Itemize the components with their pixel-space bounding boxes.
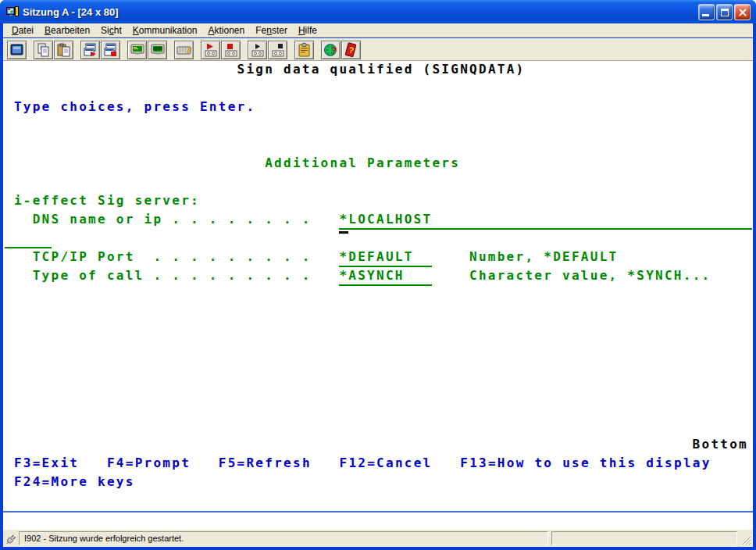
- minimize-icon: [702, 14, 709, 16]
- screen-title: Sign data qualified (SIGNQDATA): [237, 61, 526, 78]
- tape-play-icon: [250, 42, 266, 58]
- toolbar: ? ?: [3, 38, 753, 61]
- menu-item-datei-text: D: [12, 25, 19, 36]
- menu-item-aktionen-text: A: [209, 25, 215, 36]
- menu-item-sicht-text: Si: [101, 25, 109, 36]
- menu-item-bearbeiten-text: B: [45, 25, 51, 36]
- port-label: TCP/IP Port . . . . . . . . .: [33, 248, 312, 266]
- text-cursor: [339, 231, 348, 234]
- terminal-screen[interactable]: Sign data qualified (SIGNQDATA)Type choi…: [3, 61, 753, 511]
- menu-item-bearbeiten[interactable]: Bearbeiten: [39, 24, 95, 37]
- close-button[interactable]: [734, 4, 751, 20]
- copy-icon: [36, 42, 52, 58]
- menu-item-kommunikation-text: ommunikation: [139, 25, 198, 36]
- globe-help-icon: ?: [323, 42, 339, 58]
- menu-item-fenster-text: Fe: [255, 25, 266, 36]
- menu-item-sicht[interactable]: Sicht: [95, 24, 127, 37]
- send-screen-icon: [83, 42, 98, 58]
- toolbar-button-session-window[interactable]: [7, 41, 27, 59]
- port-field[interactable]: *DEFAULT: [339, 248, 432, 267]
- calltype-hint: Character value, *SYNCH...: [469, 267, 711, 284]
- toolbar-button-help-index[interactable]: ?: [341, 41, 361, 59]
- menu-item-aktionen[interactable]: Aktionen: [203, 24, 251, 37]
- toolbar-button-tape-stop[interactable]: [268, 41, 287, 59]
- menu-item-kommunikation[interactable]: Kommunikation: [127, 24, 203, 37]
- receive-screen-icon: [103, 42, 119, 58]
- client-area-gap: [3, 512, 753, 530]
- dns-field[interactable]: *LOCALHOST: [339, 211, 751, 230]
- dns-label: DNS name or ip . . . . . . . .: [33, 211, 312, 228]
- tape-stop-icon: [270, 42, 286, 58]
- clipboard-icon: [297, 42, 312, 58]
- maximize-button[interactable]: [716, 4, 733, 20]
- menu-item-datei[interactable]: Datei: [6, 24, 39, 37]
- menu-item-fenster[interactable]: Fenster: [250, 24, 293, 37]
- toolbar-button-macro-play[interactable]: [201, 41, 220, 59]
- status-secondary-panel: [551, 531, 737, 545]
- paste-icon: [56, 42, 72, 58]
- toolbar-button-copy[interactable]: [34, 41, 53, 59]
- display-grid-icon: [150, 42, 166, 58]
- svg-text:?: ?: [331, 45, 337, 56]
- resize-grip[interactable]: [741, 535, 752, 546]
- function-keys-line1: F3=Exit F4=Prompt F5=Refresh F12=Cancel …: [14, 455, 711, 472]
- calltype-field[interactable]: *ASYNCH: [339, 267, 432, 286]
- toolbar-button-keyboard-setup[interactable]: [174, 41, 194, 59]
- session-app-icon: [6, 5, 19, 18]
- menu-item-fenster-text: n: [266, 25, 272, 36]
- menu-item-fenster-text: ster: [272, 25, 287, 36]
- port-hint: Number, *DEFAULT: [469, 248, 618, 266]
- maximize-icon: [721, 9, 729, 16]
- dns-field-continuation[interactable]: [5, 230, 52, 248]
- status-message: I902 - Sitzung wurde erfolgreich gestart…: [24, 534, 184, 543]
- toolbar-button-macro-record[interactable]: [221, 41, 241, 59]
- status-bar: I902 - Sitzung wurde erfolgreich gestart…: [3, 530, 753, 547]
- menu-item-hilfe-text: ilfe: [305, 25, 317, 36]
- minimize-button[interactable]: [698, 4, 715, 20]
- toolbar-button-display-session[interactable]: [127, 41, 147, 59]
- toolbar-button-web-help[interactable]: ?: [321, 41, 341, 59]
- menu-item-bearbeiten-text: earbeiten: [51, 25, 90, 36]
- menu-item-datei-text: atei: [19, 25, 34, 36]
- display-session-icon: [130, 42, 145, 58]
- help-book-icon: ?: [344, 42, 359, 58]
- toolbar-button-display-grid[interactable]: [148, 41, 167, 59]
- menu-bar: DateiBearbeitenSichtKommunikationAktione…: [3, 23, 753, 38]
- keyboard-icon: [177, 42, 192, 58]
- instruction-line: Type choices, press Enter.: [14, 98, 255, 116]
- macro-play-icon: [203, 42, 219, 58]
- toolbar-button-clipboard-notes[interactable]: [294, 41, 314, 59]
- bottom-indicator: Bottom: [693, 436, 748, 453]
- toolbar-button-tape-play[interactable]: [248, 41, 267, 59]
- function-keys-line2: F24=More keys: [14, 473, 135, 491]
- toolbar-button-paste[interactable]: [54, 41, 73, 59]
- toolbar-button-receive-screen[interactable]: [101, 41, 120, 59]
- section-heading: Additional Parameters: [265, 155, 460, 172]
- menu-item-aktionen-text: ktionen: [215, 25, 245, 36]
- menu-item-hilfe[interactable]: Hilfe: [293, 24, 323, 37]
- menu-item-sicht-text: ht: [114, 25, 122, 36]
- title-bar[interactable]: Sitzung A - [24 x 80]: [0, 0, 756, 23]
- group-label: i-effect Sig server:: [14, 192, 200, 209]
- window-title: Sitzung A - [24 x 80]: [23, 6, 119, 18]
- toolbar-button-send-screen[interactable]: [80, 41, 100, 59]
- connection-status-icon: [5, 532, 18, 545]
- session-window-icon: [9, 42, 25, 58]
- macro-record-icon: [223, 42, 239, 58]
- calltype-label: Type of call . . . . . . . . .: [33, 267, 312, 284]
- application-window: Sitzung A - [24 x 80] DateiBearbeitenSic…: [0, 0, 756, 550]
- status-message-panel: I902 - Sitzung wurde erfolgreich gestart…: [19, 531, 548, 545]
- menu-item-kommunikation-text: K: [133, 25, 139, 36]
- menu-item-hilfe-text: H: [298, 25, 305, 36]
